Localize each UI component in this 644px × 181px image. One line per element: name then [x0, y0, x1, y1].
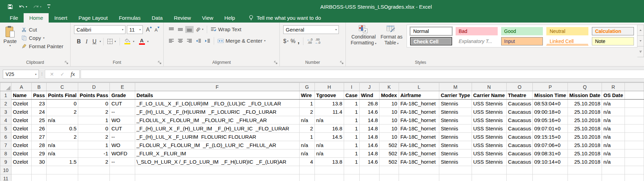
cell-F8[interactable]: _FLUR_X _FLUR_IM	[135, 149, 299, 158]
font-color-button[interactable]: A ▾	[137, 37, 150, 46]
bold-button[interactable]: B	[75, 38, 83, 45]
cell-J3[interactable]: 14.6	[359, 108, 380, 116]
cell-R11[interactable]	[602, 174, 625, 181]
percent-style-button[interactable]: %	[291, 38, 295, 44]
column-header-C[interactable]: C	[47, 83, 78, 91]
cell-B8[interactable]: 29	[32, 149, 47, 158]
fill-color-button[interactable]: ▾	[122, 37, 136, 45]
cell-K10[interactable]	[380, 166, 399, 174]
cell-O6[interactable]: Caucasus	[506, 133, 533, 141]
cell-J10[interactable]	[359, 166, 380, 174]
cell-A9[interactable]: Ozelot	[11, 158, 32, 166]
cell-A11[interactable]	[11, 174, 32, 181]
cell-A6[interactable]: Ozelot	[11, 133, 32, 141]
merge-center-button[interactable]: Merge & Center ▾	[216, 37, 267, 45]
cell-style-calculation[interactable]: Calculation	[592, 27, 634, 35]
cell-Q4[interactable]: 25.10.2018	[568, 116, 602, 124]
column-header-I[interactable]: I	[344, 83, 359, 91]
cell-J6[interactable]: 14.8	[359, 133, 380, 141]
copy-button[interactable]: Copy ▾	[22, 34, 63, 41]
column-header-D[interactable]: D	[78, 83, 110, 91]
cell-Q1[interactable]: Mission Date	[568, 91, 602, 100]
cell-I7[interactable]: 1	[344, 141, 359, 149]
cell-style-normal[interactable]: Normal	[410, 27, 452, 35]
row-header-8[interactable]: 8	[0, 149, 11, 158]
tell-me-box[interactable]: Tell me what you want to do	[249, 13, 321, 23]
cell-I4[interactable]: 1	[344, 116, 359, 124]
cell-E6[interactable]: --	[110, 133, 135, 141]
cell-A5[interactable]: Ozelot	[11, 124, 32, 133]
cell-N2[interactable]: USS Stennis	[472, 100, 506, 108]
tab-view[interactable]: View	[196, 13, 219, 23]
cell-R6[interactable]: n/a	[602, 133, 625, 141]
column-header-A[interactable]: A	[11, 83, 32, 91]
customize-quick-access-button[interactable]: ▾	[47, 5, 50, 9]
accounting-format-button[interactable]: $▾	[283, 38, 288, 44]
cell-I9[interactable]: 1	[344, 158, 359, 166]
decrease-decimal-button[interactable]: .00 →.0	[315, 38, 320, 44]
cell-M4[interactable]: Stennis	[439, 116, 472, 124]
align-left-button[interactable]	[167, 37, 176, 44]
cell-H5[interactable]: 16.8	[315, 124, 344, 133]
cell-R3[interactable]: n/a	[602, 108, 625, 116]
row-header-11[interactable]: 11	[0, 174, 11, 181]
increase-decimal-button[interactable]: ←.0 .00	[307, 38, 313, 44]
cell-K2[interactable]: 10	[380, 100, 399, 108]
cell-N1[interactable]: Carrier Name	[472, 91, 506, 100]
cell-K11[interactable]	[380, 174, 399, 181]
cell-L4[interactable]: FA-18C_hornet	[399, 116, 439, 124]
cell-E1[interactable]: Grade	[110, 91, 135, 100]
decrease-indent-button[interactable]	[194, 37, 203, 44]
cell-E9[interactable]: --	[110, 158, 135, 166]
cell-F1[interactable]: Details	[135, 91, 299, 100]
cell-style-neutral[interactable]: Neutral	[546, 27, 588, 35]
cell-M1[interactable]: Carrier Type	[439, 91, 472, 100]
format-painter-button[interactable]: Format Painter	[22, 43, 63, 50]
cell-F10[interactable]	[135, 166, 299, 174]
cell-K7[interactable]: 502	[380, 141, 399, 149]
cell-B5[interactable]: 26	[32, 124, 47, 133]
cell-F11[interactable]	[135, 174, 299, 181]
enter-icon[interactable]: ✓	[57, 71, 67, 77]
cell-P9[interactable]: 09:10:14+0	[533, 158, 568, 166]
cell-R7[interactable]: n/a	[602, 141, 625, 149]
cell-H3[interactable]: 11.4	[315, 108, 344, 116]
cell-F9[interactable]: \_SLO_H_LUR_X /_F_LO_LUR_IM _F_H(LUR)IC …	[135, 158, 299, 166]
gallery-scroll-up-button[interactable]	[637, 25, 644, 36]
row-header-4[interactable]: 4	[0, 116, 11, 124]
tab-page-layout[interactable]: Page Layout	[73, 13, 113, 23]
middle-align-button[interactable]	[176, 26, 185, 33]
column-header-N[interactable]: N	[472, 83, 506, 91]
cell-H7[interactable]: n/a	[315, 141, 344, 149]
cell-J11[interactable]	[359, 174, 380, 181]
cell-O8[interactable]: Caucasus	[506, 149, 533, 158]
cell-O2[interactable]: Caucasus	[506, 100, 533, 108]
cell-K5[interactable]: 10	[380, 124, 399, 133]
cell-J9[interactable]: 14.6	[359, 158, 380, 166]
cell-L8[interactable]: FA-18C_hornet	[399, 149, 439, 158]
cell-B11[interactable]	[32, 174, 47, 181]
insert-function-button[interactable]: fx	[67, 71, 78, 78]
cell-N7[interactable]: USS Stennis	[472, 141, 506, 149]
cell-Q2[interactable]: 25.10.2018	[568, 100, 602, 108]
cell-J8[interactable]: 14.8	[359, 149, 380, 158]
cell-K8[interactable]: 502	[380, 149, 399, 158]
cell-J7[interactable]: 14.6	[359, 141, 380, 149]
cell-B3[interactable]: 24	[32, 108, 47, 116]
cell-D2[interactable]: 0	[78, 100, 110, 108]
cell-G4[interactable]: n/a	[299, 116, 315, 124]
cell-K9[interactable]: 502	[380, 158, 399, 166]
italic-button[interactable]: I	[84, 38, 89, 45]
cell-P1[interactable]: Mission Time	[533, 91, 568, 100]
row-header-7[interactable]: 7	[0, 141, 11, 149]
cell-G8[interactable]: n/a	[299, 149, 315, 158]
cell-L11[interactable]	[399, 174, 439, 181]
cell-R1[interactable]: OS Date	[602, 91, 625, 100]
cell-Q10[interactable]	[568, 166, 602, 174]
cell-R4[interactable]: n/a	[602, 116, 625, 124]
cell-O4[interactable]: Caucasus	[506, 116, 533, 124]
tab-insert[interactable]: Insert	[49, 13, 73, 23]
cell-C6[interactable]: 2	[47, 133, 78, 141]
cell-G9[interactable]: 4	[299, 158, 315, 166]
row-header-10[interactable]: 10	[0, 166, 11, 174]
